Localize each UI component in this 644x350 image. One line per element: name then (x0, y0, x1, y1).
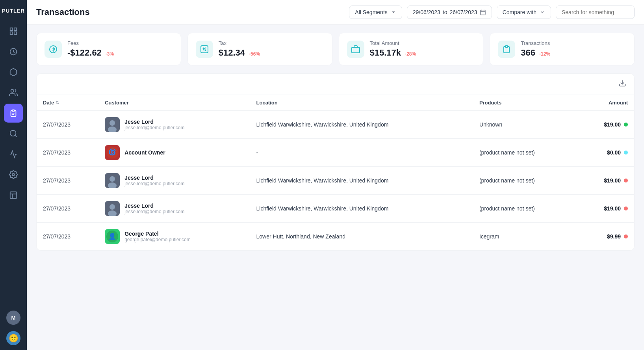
cell-product: (product name not set) (473, 139, 578, 167)
svg-rect-3 (14, 32, 17, 34)
amount-value: $19.00 (604, 121, 621, 128)
cell-product: (product name not set) (473, 195, 578, 223)
svg-point-32 (109, 204, 115, 210)
col-header-amount: Amount (578, 95, 634, 111)
transactions-value: 366 (521, 48, 535, 58)
table-row[interactable]: 27/07/2023Jesse Lordjesse.lord@demo.putl… (37, 111, 634, 139)
table-toolbar (37, 74, 634, 95)
cell-date: 27/07/2023 (37, 111, 98, 139)
table-row[interactable]: 27/07/2023👤George Patelgeorge.patel@demo… (37, 223, 634, 251)
download-button[interactable] (617, 78, 628, 91)
svg-point-9 (10, 130, 16, 136)
svg-point-27 (108, 127, 117, 132)
segment-label: All Segments (355, 9, 387, 15)
fees-label: Fees (67, 40, 114, 46)
amount-value: $0.00 (607, 149, 621, 156)
user-face-avatar[interactable]: 🙂 (6, 331, 20, 345)
compare-dropdown[interactable]: Compare with (497, 6, 551, 19)
header-controls: All Segments 29/06/2023 to 26/07/2023 Co… (349, 6, 635, 19)
svg-line-10 (15, 135, 17, 137)
cell-location: - (250, 139, 473, 167)
transactions-change: -12% (539, 51, 550, 57)
status-dot (624, 235, 628, 238)
sidebar-item-goals[interactable] (4, 145, 23, 164)
customer-name: Jesse Lord (124, 203, 184, 209)
svg-point-33 (108, 210, 117, 216)
status-dot (624, 179, 628, 182)
cell-amount: $19.00 (578, 111, 634, 139)
col-header-location: Location (250, 95, 473, 111)
fees-value: -$122.62 (67, 48, 102, 58)
total-icon (347, 41, 364, 58)
svg-text:👤: 👤 (108, 233, 116, 240)
svg-rect-1 (14, 28, 17, 30)
total-value: $15.17k (370, 48, 401, 58)
table-row[interactable]: 27/07/2023Jesse Lordjesse.lord@demo.putl… (37, 167, 634, 195)
total-value-row: $15.17k -28% (370, 48, 416, 58)
transactions-info: Transactions 366 -12% (521, 40, 550, 58)
sidebar-item-transactions[interactable] (4, 104, 23, 123)
sidebar-item-settings[interactable] (4, 165, 23, 184)
cell-location: Lower Hutt, Northland, New Zealand (250, 223, 473, 251)
amount-value: $9.99 (607, 233, 621, 240)
transactions-value-row: 366 -12% (521, 48, 550, 58)
fees-value-row: -$122.62 -3% (67, 48, 114, 58)
cell-customer: Jesse Lordjesse.lord@demo.putler.com (98, 167, 250, 195)
amount-value: $19.00 (604, 177, 621, 184)
customer-avatar (105, 201, 120, 216)
svg-point-31 (108, 182, 117, 188)
tax-value: $12.34 (219, 48, 245, 58)
search-input[interactable] (556, 6, 635, 19)
svg-rect-12 (10, 192, 17, 199)
cell-customer: Jesse Lordjesse.lord@demo.putler.com (98, 111, 250, 139)
col-header-date[interactable]: Date ⇅ (37, 95, 98, 111)
sidebar-item-reports[interactable] (4, 186, 23, 205)
cell-date: 27/07/2023 (37, 223, 98, 251)
table-head: Date ⇅ Customer Location Products Amount (37, 95, 634, 111)
cell-customer: 🌀Account Owner (98, 139, 250, 167)
customer-name: Jesse Lord (124, 175, 184, 181)
status-dot (624, 151, 628, 155)
customer-avatar: 👤 (105, 229, 120, 244)
cell-product: Icegram (473, 223, 578, 251)
svg-rect-6 (12, 110, 15, 112)
transactions-table: Date ⇅ Customer Location Products Amount… (37, 95, 634, 250)
svg-rect-15 (481, 10, 485, 15)
segment-dropdown[interactable]: All Segments (349, 6, 402, 19)
sidebar-item-customers[interactable] (4, 83, 23, 102)
customer-avatar (105, 173, 120, 188)
table-header-row: Date ⇅ Customer Location Products Amount (37, 95, 634, 111)
page-title: Transactions (36, 7, 343, 17)
cell-location: Lichfield Warwickshire, Warwickshire, Un… (250, 111, 473, 139)
sidebar-item-box[interactable] (4, 63, 23, 82)
sidebar-item-dashboard[interactable] (4, 22, 23, 41)
col-header-products: Products (473, 95, 578, 111)
customer-email: jesse.lord@demo.putler.com (124, 125, 184, 130)
stat-card-tax: Tax $12.34 -56% (187, 33, 332, 65)
amount-value: $19.00 (604, 205, 621, 212)
table-row[interactable]: 27/07/2023Jesse Lordjesse.lord@demo.putl… (37, 195, 634, 223)
col-header-customer: Customer (98, 95, 250, 111)
sort-icon-date: ⇅ (56, 100, 59, 105)
customer-name: George Patel (124, 231, 191, 237)
customer-email: jesse.lord@demo.putler.com (124, 209, 184, 214)
customer-avatar (105, 117, 120, 132)
svg-point-5 (11, 89, 14, 92)
cell-location: Lichfield Warwickshire, Warwickshire, Un… (250, 195, 473, 223)
svg-rect-24 (505, 46, 508, 47)
transactions-table-container: Date ⇅ Customer Location Products Amount… (36, 73, 635, 251)
date-range-picker[interactable]: 29/06/2023 to 26/07/2023 (407, 6, 492, 19)
sidebar-item-subscriptions[interactable] (4, 124, 23, 143)
compare-label: Compare with (503, 9, 536, 15)
customer-name: Jesse Lord (124, 119, 184, 125)
sidebar-item-metrics[interactable] (4, 42, 23, 61)
svg-point-30 (109, 176, 115, 182)
total-label: Total Amount (370, 40, 416, 46)
customer-email: george.patel@demo.putler.com (124, 237, 191, 242)
user-avatar[interactable]: M (6, 311, 20, 325)
table-row[interactable]: 27/07/2023🌀Account Owner-(product name n… (37, 139, 634, 167)
content-area: Fees -$122.62 -3% Tax $12.34 -56% (27, 25, 644, 350)
customer-avatar: 🌀 (105, 145, 120, 160)
status-dot (624, 123, 628, 127)
stat-card-fees: Fees -$122.62 -3% (36, 33, 181, 65)
